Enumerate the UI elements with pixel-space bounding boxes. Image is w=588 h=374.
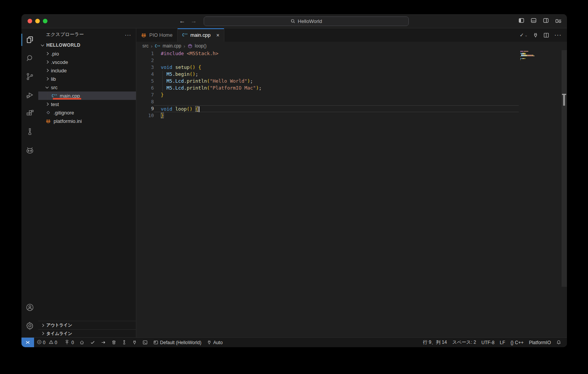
explorer-icon[interactable] (21, 31, 38, 49)
editor-scrollbar[interactable] (562, 50, 567, 337)
forward-icon[interactable]: → (191, 17, 197, 25)
tree-item-main-cpp[interactable]: C++main.cpp (38, 91, 136, 100)
line-number: 3 (136, 64, 154, 71)
command-center[interactable]: HelloWorld (204, 16, 409, 26)
close-window-button[interactable] (28, 19, 32, 23)
code-line[interactable]: 2 (136, 57, 519, 64)
code-editor[interactable]: 1#include <M5Stack.h>23void setup() {4 M… (136, 50, 519, 337)
code-line[interactable]: 1#include <M5Stack.h> (136, 50, 519, 57)
code-line-content (154, 57, 519, 64)
home-icon (79, 340, 85, 345)
tree-item-lib[interactable]: lib (38, 75, 136, 83)
timeline-section[interactable]: タイムライン (38, 329, 136, 337)
tree-item--pio[interactable]: .pio (38, 49, 136, 58)
check-icon (90, 340, 95, 345)
statusbar-cursor-position[interactable]: 行 9、列 14 (420, 338, 450, 347)
code-area: 1#include <M5Stack.h>23void setup() {4 M… (136, 50, 567, 337)
statusbar-pio-terminal[interactable] (140, 338, 150, 347)
tree-indent-guide (47, 91, 47, 100)
error-count: 0 (43, 340, 46, 345)
breadcrumb-loop[interactable]: loop() (195, 43, 207, 49)
close-tab-icon[interactable]: × (216, 33, 219, 38)
statusbar-remote-indicator[interactable] (21, 338, 34, 347)
tree-item-platformio-ini[interactable]: platformio.ini (38, 117, 136, 125)
tree-root-label: HELLOWORLD (46, 42, 80, 48)
statusbar-pio-build[interactable] (87, 338, 98, 347)
chevron-down-icon: ⌄ (524, 33, 528, 37)
statusbar-pio-upload[interactable] (98, 338, 109, 347)
serial-monitor-plug-icon[interactable] (533, 33, 538, 38)
line-number: 8 (136, 98, 154, 105)
code-line[interactable]: 5 M5.Lcd.println("Hello World"); (136, 78, 519, 85)
code-line[interactable]: 7} (136, 91, 519, 98)
accounts-icon[interactable] (21, 298, 38, 317)
statusbar-eol[interactable]: LF (497, 338, 508, 347)
statusbar-pio-port[interactable]: Auto (204, 338, 225, 347)
minimap[interactable] (519, 50, 562, 337)
tab-label: main.cpp (190, 32, 211, 38)
minimize-window-button[interactable] (35, 19, 40, 23)
statusbar-pio-home[interactable] (77, 338, 87, 347)
statusbar-platformio[interactable]: PlatformIO (526, 338, 554, 347)
testing-icon[interactable] (21, 122, 38, 141)
breadcrumb-src[interactable]: src (142, 43, 149, 49)
code-line[interactable]: 9void loop() { (136, 105, 519, 112)
tree-item-test[interactable]: test (38, 100, 136, 108)
code-line[interactable]: 6 M5.Lcd.println("PlatformIO Mac"); (136, 85, 519, 91)
back-icon[interactable]: ← (179, 17, 185, 25)
tab-label: PIO Home (149, 32, 173, 38)
run-debug-icon[interactable] (21, 86, 38, 104)
code-line-content: void setup() { (154, 64, 519, 71)
statusbar-problems[interactable]: 00 (34, 338, 62, 347)
statusbar-item-label: 0 (71, 340, 74, 345)
tree-item-include[interactable]: include (38, 66, 136, 75)
statusbar-pio-test[interactable] (119, 338, 129, 347)
statusbar-indentation[interactable]: スペース: 2 (449, 338, 479, 347)
outline-section[interactable]: アウトライン (38, 321, 136, 329)
scrollbar-slider[interactable] (562, 50, 567, 287)
code-line[interactable]: 3void setup() { (136, 64, 519, 71)
run-task-button[interactable]: ✓ ⌄ (520, 32, 528, 38)
layout-controls (518, 18, 562, 23)
line-number: 9 (136, 105, 154, 112)
env-icon (153, 340, 158, 345)
statusbar-pio-remote[interactable]: 0 (62, 338, 77, 347)
statusbar-notifications[interactable] (554, 338, 564, 347)
code-line[interactable]: 8 (136, 98, 519, 105)
toggle-secondary-sidebar-icon[interactable] (543, 18, 549, 23)
customize-layout-icon[interactable] (555, 18, 562, 23)
search-sidebar-icon[interactable] (21, 49, 38, 67)
tree-item-src[interactable]: src (38, 83, 136, 91)
statusbar-encoding[interactable]: UTF-8 (479, 338, 497, 347)
activity-bar (21, 28, 38, 337)
outline-section-label: アウトライン (46, 322, 72, 328)
tree-item--gitignore[interactable]: .gitignore (38, 108, 136, 117)
statusbar-item-label: LF (500, 340, 505, 345)
code-line[interactable]: 10} (136, 112, 519, 119)
settings-gear-icon[interactable] (21, 317, 38, 335)
breadcrumb-main-cpp[interactable]: main.cpp (163, 43, 181, 49)
tree-item--vscode[interactable]: .vscode (38, 58, 136, 66)
explorer-more-actions-icon[interactable]: ··· (125, 32, 131, 38)
statusbar-pio-monitor[interactable] (129, 338, 140, 347)
error-icon (37, 340, 42, 346)
more-actions-icon[interactable]: ··· (554, 32, 562, 39)
statusbar-pio-clean[interactable] (109, 338, 119, 347)
source-control-icon[interactable] (21, 67, 38, 86)
code-line-content: } (154, 112, 519, 119)
code-line[interactable]: 4 M5.begin(); (136, 71, 519, 78)
statusbar-item-label: Default (HelloWorld) (160, 340, 201, 345)
statusbar-pio-env[interactable]: Default (HelloWorld) (150, 338, 204, 347)
tab-pio-home[interactable]: PIO Home (136, 28, 178, 42)
toggle-primary-sidebar-icon[interactable] (518, 18, 524, 23)
tab-main-cpp[interactable]: C++ main.cpp × (178, 28, 224, 42)
tree-root-helloworld[interactable]: HELLOWORLD (38, 41, 136, 49)
zoom-window-button[interactable] (43, 19, 47, 23)
platformio-sidebar-icon[interactable] (21, 141, 38, 159)
split-editor-icon[interactable] (544, 33, 549, 38)
chevron-right-icon (46, 69, 49, 72)
extensions-icon[interactable] (21, 104, 38, 122)
toggle-panel-icon[interactable] (531, 18, 537, 23)
bell-icon (556, 340, 561, 345)
statusbar-language-mode[interactable]: {} C++ (508, 338, 526, 347)
